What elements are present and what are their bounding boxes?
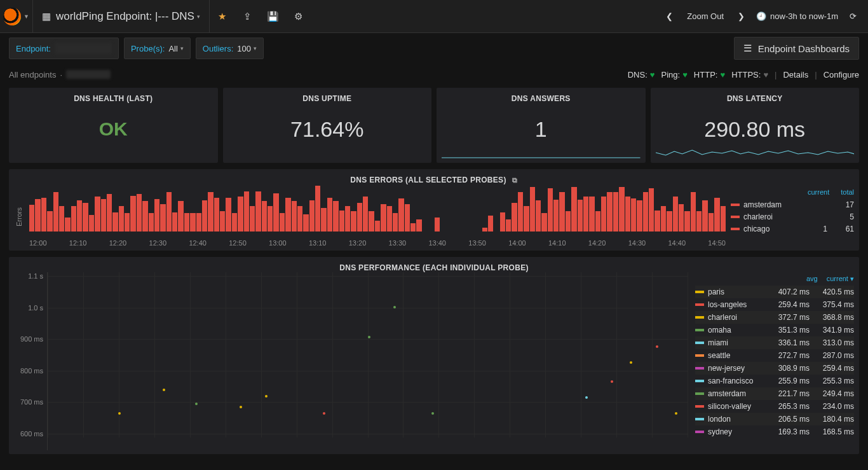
endpoint-dashboards-label: Endpoint Dashboards xyxy=(758,43,850,54)
error-bar xyxy=(172,212,177,232)
dns-answers-value: 1 xyxy=(437,117,646,142)
error-bar xyxy=(160,204,165,232)
ping-status[interactable]: Ping:♥ xyxy=(661,70,688,79)
dns-performance-panel[interactable]: DNS PERFORMANCE (EACH INDIVIDUAL PROBE) … xyxy=(9,257,859,454)
error-bar xyxy=(578,200,583,232)
legend-row[interactable]: chicago161 xyxy=(731,223,854,235)
error-bar xyxy=(714,198,719,232)
error-bar xyxy=(53,192,58,232)
time-range-picker[interactable]: 🕘 now-3h to now-1m xyxy=(752,6,842,27)
legend-name: charleroi xyxy=(743,212,801,221)
gridline xyxy=(48,272,48,438)
error-bar xyxy=(232,213,237,232)
legend-row[interactable]: charleroi372.7 ms368.8 ms xyxy=(695,311,854,324)
xaxis-tick: 12:00 xyxy=(29,239,47,248)
dns-errors-panel[interactable]: DNS ERRORS (ALL SELECTED PROBES) ⧉ Error… xyxy=(9,169,859,251)
refresh-button[interactable]: ⟳ xyxy=(846,6,860,27)
http-status[interactable]: HTTP:♥ xyxy=(694,70,725,79)
error-bar xyxy=(280,213,285,232)
legend-row[interactable]: charleroi5 xyxy=(731,211,854,223)
error-bar xyxy=(345,206,350,232)
settings-gear-icon[interactable]: ⚙ xyxy=(286,0,311,33)
external-link-icon[interactable]: ⧉ xyxy=(512,176,517,184)
yaxis-tick: 1.1 s xyxy=(28,272,43,280)
legend-col-total[interactable]: total xyxy=(841,188,854,196)
legend-row[interactable]: san-francisco255.9 ms255.3 ms xyxy=(695,375,854,387)
error-bar xyxy=(643,192,648,232)
xaxis-tick: 13:10 xyxy=(309,239,327,248)
legend-col-current[interactable]: current xyxy=(808,188,829,196)
error-bar xyxy=(214,198,219,232)
legend-row[interactable]: amsterdam17 xyxy=(731,198,854,211)
perf-point xyxy=(195,403,198,405)
legend-current: 234.0 ms xyxy=(813,402,854,411)
grafana-logo-menu[interactable]: ▼ xyxy=(0,0,33,33)
endpoint-dashboards-button[interactable]: ☰ Endpoint Dashboards xyxy=(734,37,859,60)
dns-uptime-panel[interactable]: DNS UPTIME 71.64% xyxy=(223,88,432,163)
legend-row[interactable]: los-angeles259.4 ms375.4 ms xyxy=(695,298,854,311)
dns-status[interactable]: DNS:♥ xyxy=(628,70,655,79)
legend-avg: 255.9 ms xyxy=(769,377,810,385)
share-icon[interactable]: ⇪ xyxy=(235,0,261,33)
error-bar xyxy=(303,214,308,232)
var-outliers[interactable]: Outliers: 100 ▾ xyxy=(196,38,264,59)
yaxis-tick: 700 ms xyxy=(20,398,43,406)
legend-swatch xyxy=(731,216,740,218)
legend-name: london xyxy=(708,415,765,424)
legend-current: 168.5 ms xyxy=(813,427,854,436)
legend-row[interactable]: miami336.1 ms313.0 ms xyxy=(695,336,854,349)
zoom-out-button[interactable]: Zoom Out xyxy=(681,6,730,27)
legend-current: 180.4 ms xyxy=(813,415,854,424)
var-probes[interactable]: Probe(s): All ▾ xyxy=(124,38,191,59)
legend-current: 375.4 ms xyxy=(813,300,854,309)
error-bar xyxy=(41,198,46,232)
legend-row[interactable]: new-jersey308.9 ms259.4 ms xyxy=(695,362,854,375)
https-status[interactable]: HTTPS:♥ xyxy=(731,70,768,79)
configure-link[interactable]: Configure xyxy=(824,70,859,79)
links-row: All endpoints · DNS:♥ Ping:♥ HTTP:♥ HTTP… xyxy=(0,64,868,85)
var-endpoint[interactable]: Endpoint: xyxy=(9,38,119,59)
gridline xyxy=(154,272,155,438)
dashboard-title: worldPing Endpoint: |--- DNS xyxy=(56,10,194,23)
dns-health-panel[interactable]: DNS HEALTH (LAST) OK xyxy=(9,88,218,163)
star-icon[interactable]: ★ xyxy=(210,0,235,33)
zoom-prev-button[interactable]: ❮ xyxy=(662,6,677,27)
legend-row[interactable]: omaha351.3 ms341.9 ms xyxy=(695,324,854,336)
legend-col-current[interactable]: current ▾ xyxy=(827,275,854,283)
all-endpoints-link[interactable]: All endpoints xyxy=(9,70,56,79)
error-bar xyxy=(149,213,154,232)
error-bar xyxy=(178,201,183,232)
panel-title: DNS UPTIME xyxy=(223,94,432,103)
error-bar xyxy=(65,218,70,232)
legend-row[interactable]: amsterdam221.7 ms249.4 ms xyxy=(695,387,854,400)
legend-row[interactable]: silicon-valley265.3 ms234.0 ms xyxy=(695,400,854,413)
hamburger-icon: ☰ xyxy=(743,43,752,54)
dns-answers-panel[interactable]: DNS ANSWERS 1 xyxy=(437,88,646,163)
xaxis-tick: 13:30 xyxy=(389,239,407,248)
dashboard-picker[interactable]: ▦ worldPing Endpoint: |--- DNS ▾ xyxy=(33,0,210,33)
details-link[interactable]: Details xyxy=(783,70,808,79)
error-bar xyxy=(589,197,594,232)
error-bar xyxy=(297,206,302,232)
errors-chart-area[interactable]: 12:0012:1012:2012:3012:4012:5013:0013:10… xyxy=(29,186,726,248)
error-bar xyxy=(77,200,82,232)
save-icon[interactable]: 💾 xyxy=(261,0,286,33)
legend-swatch xyxy=(731,204,740,206)
dns-latency-panel[interactable]: DNS LATENCY 290.80 ms xyxy=(651,88,860,163)
var-endpoint-label: Endpoint: xyxy=(16,44,51,53)
errors-legend-header: current total xyxy=(731,188,854,196)
perf-chart-area[interactable] xyxy=(47,272,688,450)
legend-name: sydney xyxy=(708,427,765,436)
zoom-next-button[interactable]: ❯ xyxy=(734,6,749,27)
legend-row[interactable]: sydney169.3 ms168.5 ms xyxy=(695,425,854,438)
error-bar xyxy=(238,197,243,232)
legend-row[interactable]: paris407.2 ms420.5 ms xyxy=(695,286,854,298)
panel-title: DNS ANSWERS xyxy=(437,94,646,103)
legend-row[interactable]: london206.5 ms180.4 ms xyxy=(695,413,854,425)
legend-row[interactable]: seattle272.7 ms287.0 ms xyxy=(695,349,854,362)
error-bar xyxy=(327,198,332,232)
legend-total: 17 xyxy=(831,200,854,209)
legend-col-avg[interactable]: avg xyxy=(806,275,818,283)
error-bar xyxy=(315,186,320,232)
legend-name: san-francisco xyxy=(708,377,765,385)
